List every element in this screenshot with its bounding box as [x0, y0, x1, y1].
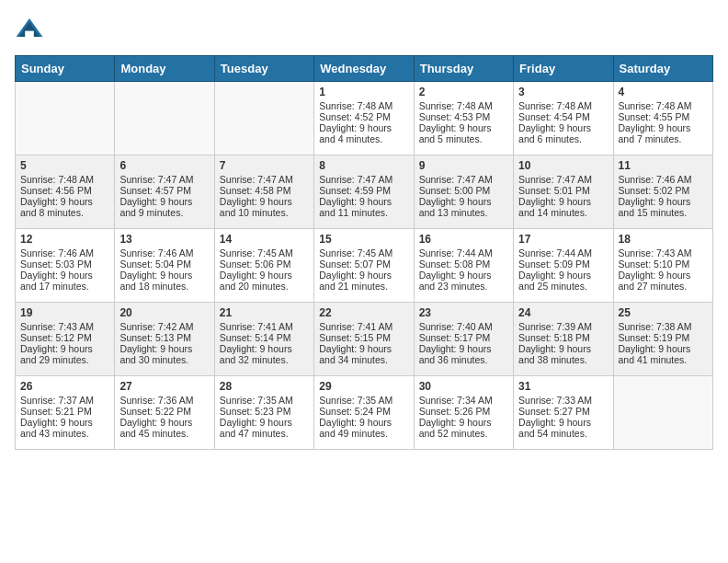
- sunrise-text: Sunrise: 7:48 AM: [319, 100, 392, 111]
- day-number: 2: [419, 86, 508, 98]
- calendar-cell: 21Sunrise: 7:41 AMSunset: 5:14 PMDayligh…: [214, 303, 313, 376]
- calendar-cell: 3Sunrise: 7:48 AMSunset: 4:54 PMDaylight…: [514, 82, 613, 155]
- sunrise-text: Sunrise: 7:41 AM: [220, 321, 293, 332]
- calendar-cell: 30Sunrise: 7:34 AMSunset: 5:26 PMDayligh…: [414, 376, 513, 450]
- sunset-text: Sunset: 4:57 PM: [119, 185, 191, 196]
- daylight-text: Daylight: 9 hours and 6 minutes.: [518, 122, 591, 144]
- sunrise-text: Sunrise: 7:36 AM: [119, 395, 193, 406]
- sunrise-text: Sunrise: 7:37 AM: [20, 395, 94, 406]
- sunrise-text: Sunrise: 7:38 AM: [619, 321, 692, 332]
- sunset-text: Sunset: 5:03 PM: [20, 259, 92, 270]
- daylight-text: Daylight: 9 hours and 34 minutes.: [319, 343, 392, 365]
- daylight-text: Daylight: 9 hours and 27 minutes.: [619, 270, 691, 292]
- daylight-text: Daylight: 9 hours and 13 minutes.: [419, 196, 492, 218]
- sunset-text: Sunset: 5:21 PM: [20, 406, 92, 417]
- daylight-text: Daylight: 9 hours and 20 minutes.: [220, 270, 292, 292]
- sunset-text: Sunset: 5:06 PM: [220, 259, 291, 270]
- calendar-week-row: 26Sunrise: 7:37 AMSunset: 5:21 PMDayligh…: [16, 376, 713, 450]
- weekday-header: Friday: [514, 56, 613, 82]
- sunrise-text: Sunrise: 7:46 AM: [119, 247, 193, 259]
- calendar-cell: 1Sunrise: 7:48 AMSunset: 4:52 PMDaylight…: [314, 82, 414, 155]
- sunset-text: Sunset: 5:12 PM: [20, 332, 92, 343]
- daylight-text: Daylight: 9 hours and 10 minutes.: [220, 196, 292, 218]
- calendar-cell: 11Sunrise: 7:46 AMSunset: 5:02 PMDayligh…: [613, 155, 712, 229]
- sunset-text: Sunset: 5:10 PM: [619, 259, 690, 270]
- day-number: 11: [619, 159, 708, 172]
- logo: [15, 15, 46, 44]
- sunrise-text: Sunrise: 7:45 AM: [220, 247, 293, 259]
- sunrise-text: Sunrise: 7:48 AM: [619, 100, 692, 111]
- sunset-text: Sunset: 5:08 PM: [419, 259, 491, 270]
- daylight-text: Daylight: 9 hours and 43 minutes.: [20, 417, 93, 439]
- weekday-header: Sunday: [16, 56, 115, 82]
- sunset-text: Sunset: 5:24 PM: [319, 406, 391, 417]
- daylight-text: Daylight: 9 hours and 21 minutes.: [319, 270, 392, 292]
- calendar: SundayMondayTuesdayWednesdayThursdayFrid…: [15, 55, 713, 450]
- daylight-text: Daylight: 9 hours and 25 minutes.: [518, 270, 591, 292]
- daylight-text: Daylight: 9 hours and 36 minutes.: [419, 343, 492, 365]
- daylight-text: Daylight: 9 hours and 9 minutes.: [119, 196, 192, 218]
- calendar-cell: 25Sunrise: 7:38 AMSunset: 5:19 PMDayligh…: [613, 303, 712, 376]
- sunrise-text: Sunrise: 7:48 AM: [20, 174, 94, 185]
- calendar-cell: 9Sunrise: 7:47 AMSunset: 5:00 PMDaylight…: [414, 155, 513, 229]
- calendar-cell: 16Sunrise: 7:44 AMSunset: 5:08 PMDayligh…: [414, 229, 513, 303]
- sunset-text: Sunset: 5:14 PM: [220, 332, 291, 343]
- calendar-cell: 22Sunrise: 7:41 AMSunset: 5:15 PMDayligh…: [314, 303, 414, 376]
- sunset-text: Sunset: 4:59 PM: [319, 185, 391, 196]
- page-header: [15, 15, 713, 44]
- sunrise-text: Sunrise: 7:42 AM: [119, 321, 193, 332]
- sunrise-text: Sunrise: 7:47 AM: [419, 174, 493, 185]
- calendar-cell: 31Sunrise: 7:33 AMSunset: 5:27 PMDayligh…: [514, 376, 613, 450]
- calendar-cell: 14Sunrise: 7:45 AMSunset: 5:06 PMDayligh…: [214, 229, 313, 303]
- day-number: 31: [518, 380, 608, 393]
- day-number: 12: [20, 233, 109, 246]
- sunrise-text: Sunrise: 7:41 AM: [319, 321, 392, 332]
- calendar-cell: 24Sunrise: 7:39 AMSunset: 5:18 PMDayligh…: [514, 303, 613, 376]
- calendar-cell: 5Sunrise: 7:48 AMSunset: 4:56 PMDaylight…: [16, 155, 115, 229]
- sunset-text: Sunset: 5:13 PM: [119, 332, 191, 343]
- daylight-text: Daylight: 9 hours and 38 minutes.: [518, 343, 591, 365]
- sunrise-text: Sunrise: 7:35 AM: [220, 395, 293, 406]
- sunset-text: Sunset: 5:00 PM: [419, 185, 491, 196]
- calendar-cell: 15Sunrise: 7:45 AMSunset: 5:07 PMDayligh…: [314, 229, 414, 303]
- calendar-cell: 10Sunrise: 7:47 AMSunset: 5:01 PMDayligh…: [514, 155, 613, 229]
- daylight-text: Daylight: 9 hours and 54 minutes.: [518, 417, 591, 439]
- daylight-text: Daylight: 9 hours and 5 minutes.: [419, 122, 492, 144]
- day-number: 26: [20, 380, 109, 393]
- day-number: 30: [419, 380, 508, 393]
- day-number: 9: [419, 159, 508, 172]
- sunset-text: Sunset: 5:04 PM: [119, 259, 191, 270]
- sunset-text: Sunset: 5:19 PM: [619, 332, 690, 343]
- calendar-cell: 26Sunrise: 7:37 AMSunset: 5:21 PMDayligh…: [16, 376, 115, 450]
- daylight-text: Daylight: 9 hours and 45 minutes.: [119, 417, 192, 439]
- day-number: 13: [119, 233, 209, 246]
- daylight-text: Daylight: 9 hours and 41 minutes.: [619, 343, 691, 365]
- calendar-cell: 12Sunrise: 7:46 AMSunset: 5:03 PMDayligh…: [16, 229, 115, 303]
- calendar-week-row: 1Sunrise: 7:48 AMSunset: 4:52 PMDaylight…: [16, 82, 713, 155]
- day-number: 3: [518, 86, 608, 98]
- weekday-header: Wednesday: [314, 56, 414, 82]
- calendar-cell: 19Sunrise: 7:43 AMSunset: 5:12 PMDayligh…: [16, 303, 115, 376]
- weekday-header: Monday: [115, 56, 214, 82]
- day-number: 15: [319, 233, 408, 246]
- calendar-cell: [115, 82, 214, 155]
- day-number: 21: [220, 306, 309, 319]
- day-number: 1: [319, 86, 408, 98]
- daylight-text: Daylight: 9 hours and 32 minutes.: [220, 343, 292, 365]
- calendar-cell: 20Sunrise: 7:42 AMSunset: 5:13 PMDayligh…: [115, 303, 214, 376]
- sunset-text: Sunset: 4:53 PM: [419, 111, 491, 122]
- sunset-text: Sunset: 5:15 PM: [319, 332, 391, 343]
- calendar-cell: [613, 376, 712, 450]
- sunrise-text: Sunrise: 7:47 AM: [119, 174, 193, 185]
- day-number: 10: [518, 159, 608, 172]
- sunrise-text: Sunrise: 7:43 AM: [619, 247, 692, 259]
- sunset-text: Sunset: 5:07 PM: [319, 259, 391, 270]
- day-number: 23: [419, 306, 508, 319]
- daylight-text: Daylight: 9 hours and 17 minutes.: [20, 270, 93, 292]
- day-number: 29: [319, 380, 408, 393]
- day-number: 27: [119, 380, 209, 393]
- sunrise-text: Sunrise: 7:33 AM: [518, 395, 592, 406]
- daylight-text: Daylight: 9 hours and 15 minutes.: [619, 196, 691, 218]
- logo-icon: [15, 15, 44, 44]
- calendar-week-row: 19Sunrise: 7:43 AMSunset: 5:12 PMDayligh…: [16, 303, 713, 376]
